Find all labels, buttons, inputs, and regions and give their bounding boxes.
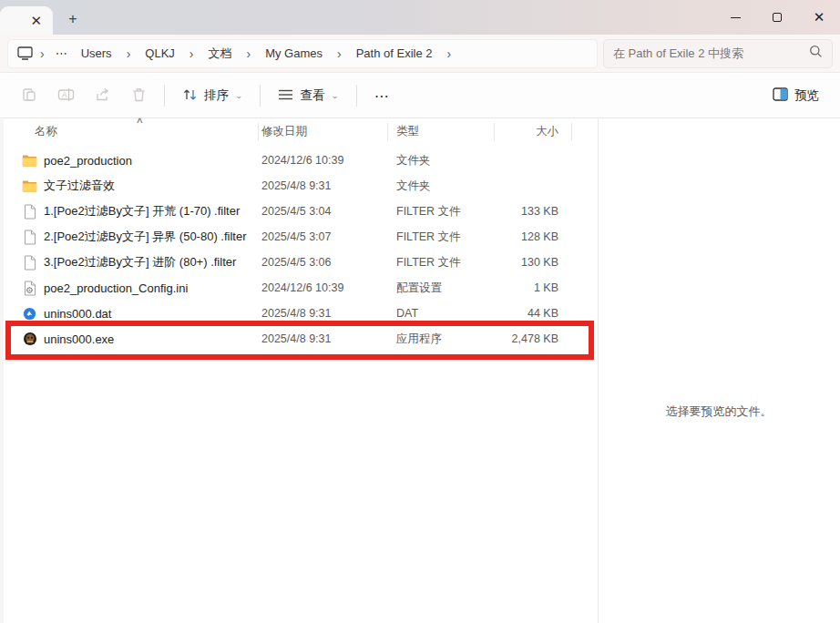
exe-icon: [22, 332, 37, 347]
file-size: 128 KB: [494, 230, 571, 243]
file-row[interactable]: 文子过滤音效2025/4/8 9:31文件夹: [0, 173, 598, 199]
search-box[interactable]: [603, 39, 833, 68]
breadcrumb-chevron[interactable]: ›: [121, 46, 137, 61]
file-date: 2025/4/8 9:31: [258, 332, 387, 345]
preview-pane: 选择要预览的文件。: [599, 119, 839, 623]
file-date: 2025/4/5 3:06: [258, 256, 387, 269]
file-size: 1 KB: [494, 281, 571, 294]
file-name: poe2_production_Config.ini: [44, 281, 188, 295]
breadcrumb-item[interactable]: Path of Exile 2: [349, 44, 440, 63]
sort-label: 排序: [204, 87, 229, 104]
file-size: 2,478 KB: [494, 332, 571, 345]
tab-bar: ✕ + ✕: [0, 0, 840, 35]
folder-icon: [22, 179, 37, 194]
file-name: 3.[Poe2过滤By文子] 进阶 (80+) .filter: [44, 254, 236, 271]
command-toolbar: A 排序 ⌄ 查看 ⌄: [0, 74, 840, 118]
breadcrumb-chevron[interactable]: ›: [241, 46, 256, 61]
rename-icon: A: [57, 87, 75, 106]
column-header-date[interactable]: 修改日期: [258, 119, 387, 144]
file-row[interactable]: unins000.dat2025/4/8 9:31DAT44 KB: [0, 301, 598, 326]
file-row[interactable]: unins000.exe2025/4/8 9:31应用程序2,478 KB: [0, 326, 598, 352]
file-name-cell: poe2_production_Config.ini: [0, 281, 258, 296]
file-type: 应用程序: [387, 332, 494, 347]
sort-button[interactable]: 排序 ⌄: [172, 80, 252, 111]
view-label: 查看: [300, 87, 324, 104]
preview-placeholder-text: 选择要预览的文件。: [599, 403, 839, 420]
see-more-button[interactable]: ⋯: [364, 80, 400, 111]
maximize-button[interactable]: [756, 0, 798, 35]
window-controls: ✕: [714, 0, 840, 35]
toolbar-divider: [356, 85, 357, 107]
file-name: poe2_production: [44, 154, 132, 168]
breadcrumb-chevron[interactable]: ›: [442, 46, 457, 61]
file-date: 2024/12/6 10:39: [258, 281, 387, 294]
file-row[interactable]: poe2_production_Config.ini2024/12/6 10:3…: [0, 275, 598, 301]
file-row[interactable]: poe2_production2024/12/6 10:39文件夹: [0, 148, 598, 173]
file-list-pane: ∧ 名称 修改日期 类型 大小 poe2_production2024/12/6…: [0, 119, 599, 623]
column-divider[interactable]: [258, 123, 259, 140]
breadcrumb[interactable]: › ⋯ Users›QLKJ›文档›My Games›Path of Exile…: [7, 39, 598, 68]
file-name: unins000.dat: [44, 307, 111, 321]
share-button[interactable]: [85, 80, 121, 111]
preview-toggle-button[interactable]: 预览: [763, 80, 829, 111]
file-date: 2025/4/8 9:31: [258, 179, 387, 192]
breadcrumb-item[interactable]: QLKJ: [138, 44, 182, 63]
file-name: 2.[Poe2过滤By文子] 异界 (50-80) .filter: [44, 229, 247, 245]
file-name-cell: poe2_production: [0, 153, 258, 169]
rename-button[interactable]: A: [47, 80, 85, 111]
file-row[interactable]: 2.[Poe2过滤By文子] 异界 (50-80) .filter2025/4/…: [0, 224, 598, 250]
config-icon: [22, 281, 37, 296]
toolbar-divider: [260, 85, 261, 107]
file-type: 配置设置: [387, 281, 494, 296]
explorer-tab[interactable]: ✕: [0, 6, 53, 35]
view-button[interactable]: 查看 ⌄: [268, 80, 348, 111]
delete-button[interactable]: [121, 80, 157, 111]
column-divider[interactable]: [494, 123, 495, 140]
column-header-name[interactable]: 名称: [0, 119, 258, 144]
trash-icon: [131, 87, 147, 106]
address-bar: › ⋯ Users›QLKJ›文档›My Games›Path of Exile…: [0, 35, 840, 73]
close-button[interactable]: ✕: [798, 0, 840, 35]
search-input[interactable]: [613, 46, 809, 60]
file-icon: [22, 204, 37, 220]
file-row[interactable]: 1.[Poe2过滤By文子] 开荒 (1-70) .filter2025/4/5…: [0, 199, 598, 224]
this-pc-icon[interactable]: [17, 46, 33, 60]
file-size: 130 KB: [494, 256, 571, 269]
preview-pane-icon: [773, 87, 788, 104]
view-icon: [278, 88, 293, 104]
chevron-down-icon: ⌄: [235, 92, 242, 100]
ellipsis-icon: ⋯: [374, 87, 390, 105]
breadcrumb-chevron[interactable]: ›: [184, 46, 200, 61]
minimize-button[interactable]: [714, 0, 756, 35]
breadcrumb-chevron[interactable]: ›: [332, 46, 347, 61]
file-row[interactable]: 3.[Poe2过滤By文子] 进阶 (80+) .filter2025/4/5 …: [0, 250, 598, 275]
new-tab-button[interactable]: +: [60, 7, 86, 31]
svg-text:A: A: [62, 90, 67, 99]
breadcrumb-item[interactable]: 文档: [200, 43, 239, 65]
paste-icon: [21, 87, 37, 106]
file-name-cell: 3.[Poe2过滤By文子] 进阶 (80+) .filter: [0, 254, 258, 271]
file-size: 44 KB: [494, 307, 571, 320]
search-icon[interactable]: [809, 45, 823, 62]
file-date: 2024/12/6 10:39: [258, 154, 387, 167]
file-type: FILTER 文件: [387, 255, 494, 271]
tab-close-icon[interactable]: ✕: [30, 14, 42, 27]
column-divider[interactable]: [571, 123, 572, 140]
column-divider[interactable]: [387, 123, 388, 140]
breadcrumb-overflow-icon[interactable]: ⋯: [52, 46, 72, 60]
file-name: unins000.exe: [44, 332, 114, 346]
breadcrumb-item[interactable]: Users: [74, 44, 119, 63]
file-type: DAT: [387, 307, 494, 320]
column-header-type[interactable]: 类型: [387, 119, 494, 144]
paste-button[interactable]: [11, 80, 47, 111]
column-header-size[interactable]: 大小: [494, 119, 571, 144]
file-size: 133 KB: [494, 205, 571, 218]
preview-label: 预览: [794, 87, 819, 104]
breadcrumb-item[interactable]: My Games: [258, 44, 330, 63]
file-date: 2025/4/8 9:31: [258, 307, 387, 320]
maximize-icon: [773, 13, 782, 22]
file-icon: [22, 255, 37, 271]
breadcrumb-chevron[interactable]: ›: [35, 46, 50, 61]
file-date: 2025/4/5 3:07: [258, 230, 387, 243]
file-name-cell: unins000.exe: [0, 332, 258, 347]
